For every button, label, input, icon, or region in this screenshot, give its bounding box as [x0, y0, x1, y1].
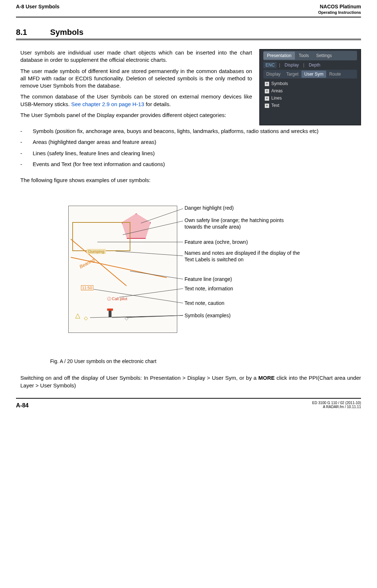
- list-label: Text: [271, 103, 279, 108]
- tab-route[interactable]: Route: [326, 71, 344, 78]
- bullet-text: Lines (safety lines, feature lines and c…: [33, 150, 361, 157]
- tab-presentation[interactable]: Presentation: [263, 52, 295, 60]
- closing-text-a: Switching on and off the display of User…: [20, 375, 258, 381]
- expand-icon: +: [265, 96, 269, 101]
- callout-feature-line: Feature line (orange): [185, 276, 232, 283]
- tab-enc[interactable]: ENC: [263, 62, 277, 68]
- tab-display[interactable]: Display: [282, 62, 301, 68]
- section-heading: 8.1 Symbols: [16, 28, 361, 37]
- callout-symbols: Symbols (examples): [185, 313, 231, 319]
- header-right: NACOS Platinum Operating Instructions: [318, 4, 361, 15]
- feature-line-shape: [71, 257, 167, 278]
- list-item: -Areas (highlighted danger areas and fea…: [20, 138, 361, 146]
- bullet-text: Symbols (position fix, anchorage area, b…: [33, 128, 361, 135]
- section-rule: [16, 39, 361, 40]
- callout-feature-area: Feature area (ochre, brown): [185, 239, 248, 246]
- header-subtitle: Operating Instructions: [318, 10, 361, 15]
- list-item-text[interactable]: +Text: [265, 102, 356, 109]
- list-label: Areas: [271, 88, 283, 93]
- panel-list: +Symbols +Areas +Lines +Text: [265, 80, 356, 109]
- header-title: NACOS Platinum: [320, 4, 361, 9]
- p3-text-b: for details.: [144, 101, 171, 107]
- tab-tools[interactable]: Tools: [295, 52, 312, 60]
- expand-icon: +: [265, 89, 269, 93]
- closing-paragraph: Switching on and off the display of User…: [20, 374, 361, 389]
- figure-caption: Fig. A / 20 User symbols on the electron…: [50, 358, 301, 364]
- paragraph-3: The common database of the User Symbols …: [20, 93, 252, 108]
- page-number: A-84: [16, 402, 29, 409]
- page-footer: A-84 ED 3100 G 110 / 02 (2011-10) A RADA…: [16, 401, 361, 409]
- tab-user-sym[interactable]: User Sym: [301, 71, 327, 78]
- panel-tab-row-2: ENC | Display | Depth: [263, 61, 357, 69]
- list-item: -Symbols (position fix, anchorage area, …: [20, 128, 361, 135]
- more-keyword: MORE: [258, 375, 275, 381]
- tab-depth[interactable]: Depth: [307, 62, 323, 68]
- bullet-text: Areas (highlighted danger areas and feat…: [33, 138, 361, 146]
- footer-rule: [16, 398, 361, 399]
- paragraph-4: The User Symbols panel of the Display ex…: [20, 112, 252, 119]
- callout-text-caution: Text note, caution: [185, 300, 224, 307]
- pilot-label: Call pilot: [107, 296, 127, 302]
- file-info: A RADAR.fm / 10.11.11: [312, 405, 361, 409]
- page-header: A-8 User Symbols NACOS Platinum Operatin…: [16, 4, 361, 15]
- header-left: A-8 User Symbols: [16, 4, 60, 9]
- list-item-lines[interactable]: +Lines: [265, 94, 356, 102]
- panel-tab-row-1: Presentation Tools Settings: [263, 51, 357, 60]
- panel-tab-row-3: Display Target User Sym Route: [263, 70, 357, 78]
- expand-icon: +: [265, 104, 269, 108]
- section-title: Symbols: [50, 28, 84, 37]
- list-item-symbols[interactable]: +Symbols: [265, 80, 356, 87]
- paragraph-5: The following figure shows examples of u…: [20, 177, 361, 184]
- symbol-icon: ◇: [84, 315, 88, 321]
- list-item: -Events and Text (for free text informat…: [20, 161, 361, 168]
- symbol-icon: △: [75, 311, 80, 319]
- area-label: Dumping: [87, 249, 106, 254]
- cross-ref-link[interactable]: See chapter 2.9 on page H-13: [71, 101, 144, 107]
- ui-panel-screenshot: Presentation Tools Settings ENC | Displa…: [259, 49, 361, 125]
- list-item: -Lines (safety lines, feature lines and …: [20, 150, 361, 157]
- tab-display-3[interactable]: Display: [263, 71, 283, 78]
- callout-danger: Danger highlight (red): [185, 205, 234, 212]
- symbol-icon: [107, 309, 113, 311]
- list-label: Symbols: [271, 81, 288, 86]
- callout-text-info: Text note, information: [185, 286, 233, 292]
- list-item-areas[interactable]: +Areas: [265, 87, 356, 94]
- symbol-icon: ◇: [125, 315, 129, 321]
- paragraph-1: User symbols are individual user made ch…: [20, 49, 252, 64]
- tab-settings[interactable]: Settings: [312, 52, 335, 60]
- callout-names-notes: Names and notes are displayed if the dis…: [185, 250, 301, 263]
- list-label: Lines: [271, 96, 282, 101]
- category-list: -Symbols (position fix, anchorage area, …: [20, 128, 361, 168]
- header-rule: [16, 17, 361, 17]
- callout-safety-line: Own safety line (orange; the hatching po…: [185, 217, 301, 230]
- figure: Dumping Bearing 11:50 Call pilot △ ◇ ◇: [68, 195, 301, 364]
- doc-id: ED 3100 G 110 / 02 (2011-10): [312, 401, 361, 405]
- chart-excerpt: Dumping Bearing 11:50 Call pilot △ ◇ ◇: [68, 206, 177, 333]
- paragraph-2: The user made symbols of different kind …: [20, 68, 252, 90]
- time-label: 11:50: [81, 285, 93, 290]
- tab-target[interactable]: Target: [283, 71, 301, 78]
- section-number: 8.1: [16, 28, 50, 37]
- expand-icon: +: [265, 82, 269, 86]
- bullet-text: Events and Text (for free text informati…: [33, 161, 361, 168]
- footer-meta: ED 3100 G 110 / 02 (2011-10) A RADAR.fm …: [312, 401, 361, 409]
